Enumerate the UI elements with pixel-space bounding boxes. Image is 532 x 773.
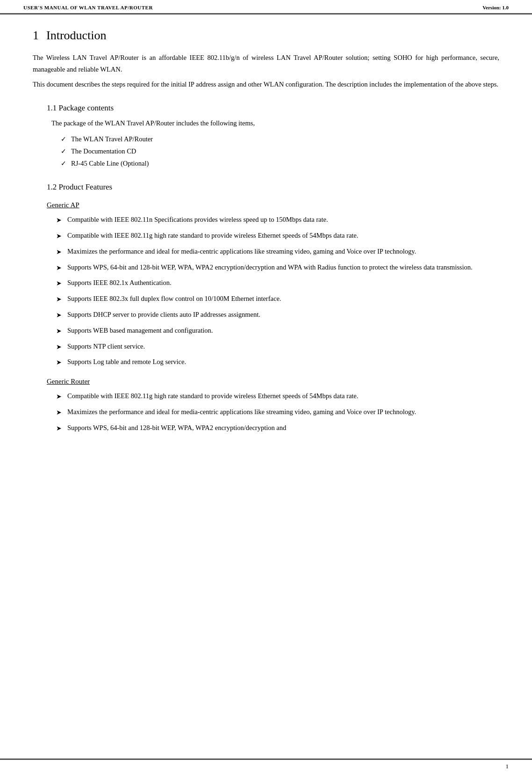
intro-paragraph-2: This document describes the steps requir… (33, 79, 499, 90)
subsection-1-2: 1.2 Product Features Generic AP ➤ Compat… (47, 182, 499, 434)
list-item: ➤ Supports WEB based management and conf… (56, 325, 499, 337)
list-item: ➤ Supports WPS, 64-bit and 128-bit WEP, … (56, 262, 499, 274)
list-item: ➤ Supports DHCP server to provide client… (56, 309, 499, 321)
generic-router-label: Generic Router (47, 378, 499, 386)
arrow-icon: ➤ (56, 294, 62, 305)
list-item: ➤ Supports IEEE 802.1x Authentication. (56, 277, 499, 289)
list-item: ➤ Supports NTP client service. (56, 341, 499, 353)
arrow-icon: ➤ (56, 326, 62, 337)
list-item: ➤ Compatible with IEEE 802.11g high rate… (56, 230, 499, 242)
list-item: ➤ Maximizes the performance and ideal fo… (56, 406, 499, 418)
subsection-1-1-intro: The package of the WLAN Travel AP/Router… (51, 117, 499, 129)
page-footer: 1 (0, 758, 532, 773)
list-item: The Documentation CD (61, 145, 499, 157)
subsection-1-1-title: 1.1 Package contents (47, 103, 499, 113)
page-header: USER'S MANUAL OF WLAN TRAVEL AP/ROUTER V… (0, 0, 532, 15)
list-item: ➤ Maximizes the performance and ideal fo… (56, 246, 499, 258)
subsection-1-2-title: 1.2 Product Features (47, 182, 499, 192)
arrow-icon: ➤ (56, 407, 62, 418)
generic-router-list: ➤ Compatible with IEEE 802.11g high rate… (56, 390, 499, 434)
arrow-icon: ➤ (56, 278, 62, 289)
header-version: Version: 1.0 (482, 5, 509, 10)
arrow-icon: ➤ (56, 263, 62, 274)
generic-ap-label: Generic AP (47, 201, 499, 209)
generic-ap-list: ➤ Compatible with IEEE 802.11n Specifica… (56, 214, 499, 368)
list-item: The WLAN Travel AP/Router (61, 133, 499, 145)
arrow-icon: ➤ (56, 342, 62, 353)
list-item: ➤ Supports Log table and remote Log serv… (56, 356, 499, 368)
page-container: USER'S MANUAL OF WLAN TRAVEL AP/ROUTER V… (0, 0, 532, 773)
section1-number: 1 (33, 29, 39, 43)
content-area: 1 Introduction The Wireless LAN Travel A… (0, 15, 532, 758)
arrow-icon: ➤ (56, 310, 62, 321)
subsection-1-1: 1.1 Package contents The package of the … (47, 103, 499, 169)
list-item: ➤ Compatible with IEEE 802.11g high rate… (56, 390, 499, 402)
generic-router-section: Generic Router ➤ Compatible with IEEE 80… (47, 378, 499, 434)
arrow-icon: ➤ (56, 391, 62, 402)
arrow-icon: ➤ (56, 423, 62, 434)
page-number: 1 (506, 763, 509, 770)
intro-paragraph-1: The Wireless LAN Travel AP/Router is an … (33, 52, 499, 75)
list-item: ➤ Supports IEEE 802.3x full duplex flow … (56, 293, 499, 305)
arrow-icon: ➤ (56, 215, 62, 226)
arrow-icon: ➤ (56, 357, 62, 368)
section1-heading: Introduction (46, 29, 107, 43)
section1-title: 1 Introduction (33, 29, 499, 43)
header-manual-title: USER'S MANUAL OF WLAN TRAVEL AP/ROUTER (23, 5, 153, 10)
list-item: ➤ Supports WPS, 64-bit and 128-bit WEP, … (56, 422, 499, 434)
arrow-icon: ➤ (56, 231, 62, 242)
generic-ap-section: Generic AP ➤ Compatible with IEEE 802.11… (47, 201, 499, 368)
list-item: ➤ Compatible with IEEE 802.11n Specifica… (56, 214, 499, 226)
list-item: RJ-45 Cable Line (Optional) (61, 157, 499, 169)
arrow-icon: ➤ (56, 247, 62, 258)
package-contents-list: The WLAN Travel AP/Router The Documentat… (61, 133, 499, 170)
